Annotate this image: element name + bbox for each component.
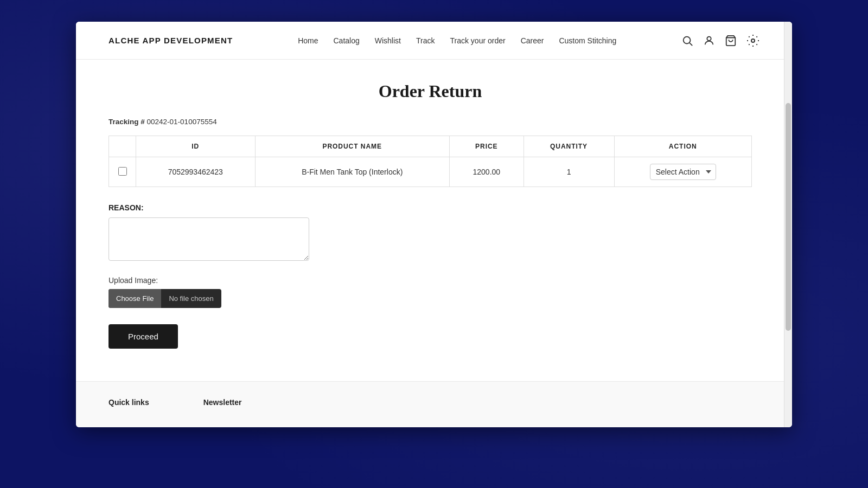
nav: Home Catalog Wishlist Track Track your o… (298, 36, 616, 45)
account-icon[interactable] (703, 35, 715, 47)
settings-icon[interactable] (746, 34, 760, 47)
reason-label: REASON: (108, 203, 752, 212)
logo: ALCHE APP DEVELOPMENT (108, 36, 233, 45)
quick-links-title: Quick links (108, 398, 149, 407)
col-quantity: QUANTITY (524, 136, 614, 157)
upload-section: Upload Image: Choose File No file chosen (108, 276, 752, 308)
order-table: ID PRODUCT NAME PRICE QUANTITY ACTION 70… (108, 136, 752, 187)
choose-file-button[interactable]: Choose File (108, 289, 161, 308)
no-file-text: No file chosen (161, 294, 221, 303)
tracking-number: 00242-01-010075554 (147, 118, 217, 126)
row-id: 7052993462423 (136, 157, 256, 187)
row-product-name: B-Fit Men Tank Top (Interlock) (255, 157, 449, 187)
svg-line-1 (690, 43, 692, 46)
col-action: ACTION (614, 136, 752, 157)
upload-label: Upload Image: (108, 276, 752, 285)
tracking-label: Tracking # (108, 118, 145, 126)
row-quantity: 1 (524, 157, 614, 187)
svg-point-0 (684, 36, 691, 43)
row-checkbox-cell (109, 157, 136, 187)
col-price: PRICE (449, 136, 524, 157)
nav-career[interactable]: Career (521, 36, 544, 45)
cart-icon[interactable] (725, 35, 737, 47)
footer: Quick links Newsletter (76, 381, 784, 427)
nav-custom-stitching[interactable]: Custom Stitching (559, 36, 616, 45)
header: ALCHE APP DEVELOPMENT Home Catalog Wishl… (76, 22, 792, 60)
col-id: ID (136, 136, 256, 157)
row-price: 1200.00 (449, 157, 524, 187)
row-action-cell: Select Action Return Exchange (614, 157, 752, 187)
nav-catalog[interactable]: Catalog (333, 36, 359, 45)
svg-point-2 (707, 36, 711, 40)
reason-textarea[interactable] (108, 217, 309, 261)
col-checkbox (109, 136, 136, 157)
table-row: 7052993462423 B-Fit Men Tank Top (Interl… (109, 157, 752, 187)
footer-quick-links: Quick links (108, 398, 149, 411)
col-product-name: PRODUCT NAME (255, 136, 449, 157)
reason-section: REASON: (108, 203, 752, 263)
tracking-info: Tracking # 00242-01-010075554 (108, 118, 752, 126)
proceed-button[interactable]: Proceed (108, 324, 178, 349)
file-input-wrapper: Choose File No file chosen (108, 289, 221, 308)
footer-newsletter: Newsletter (203, 398, 242, 411)
page-title: Order Return (108, 81, 752, 101)
newsletter-title: Newsletter (203, 398, 242, 407)
nav-icons (681, 34, 760, 47)
search-icon[interactable] (681, 35, 693, 47)
action-select[interactable]: Select Action Return Exchange (650, 164, 716, 180)
nav-wishlist[interactable]: Wishlist (375, 36, 401, 45)
nav-track[interactable]: Track (416, 36, 435, 45)
nav-track-order[interactable]: Track your order (450, 36, 505, 45)
row-checkbox[interactable] (118, 167, 127, 176)
scrollbar-thumb[interactable] (786, 103, 791, 331)
svg-point-4 (751, 39, 755, 42)
main-content: Order Return Tracking # 00242-01-0100755… (76, 60, 784, 381)
nav-home[interactable]: Home (298, 36, 318, 45)
